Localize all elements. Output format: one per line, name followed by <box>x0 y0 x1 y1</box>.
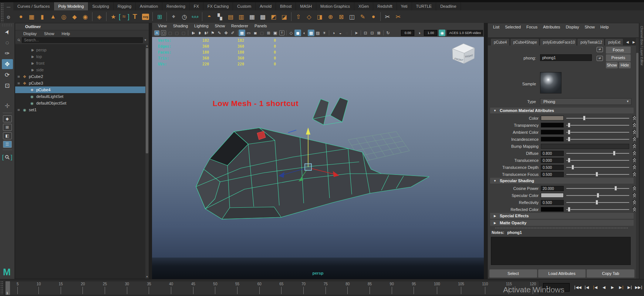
notes-splitter[interactable] <box>495 228 628 229</box>
material-override-icon[interactable]: ▨ <box>314 30 321 36</box>
connect-output-icon[interactable]: ⇄ <box>597 56 603 61</box>
show-button[interactable]: Show <box>606 62 618 68</box>
shelf-tab[interactable]: Deadline <box>436 2 461 10</box>
toolbox-grip[interactable] <box>1 24 13 26</box>
quad-draw-icon[interactable]: ✎ <box>357 11 368 22</box>
attribute-slider[interactable] <box>566 193 629 198</box>
outliner-menu-item[interactable]: Show <box>44 31 54 36</box>
svg-tool-icon[interactable]: svg <box>140 11 151 22</box>
color-swatch[interactable] <box>541 137 564 142</box>
shelf-tab[interactable]: XGen <box>354 2 373 10</box>
footer-button[interactable]: Load Attributes <box>538 269 586 278</box>
poly-cube-icon[interactable]: ▦ <box>26 11 37 22</box>
dock-grip[interactable] <box>1 3 4 22</box>
value-field[interactable]: 0.500 <box>541 200 564 205</box>
slider-handle[interactable] <box>597 193 599 198</box>
go-to-end-button[interactable]: ▶▶| <box>634 282 643 292</box>
extrude-icon[interactable]: ⇧ <box>293 11 304 22</box>
attribute-editor-menu-item[interactable]: Attributes <box>543 25 560 29</box>
node-tab[interactable]: polyExtrudeFace10 <box>540 39 577 45</box>
value-field[interactable]: 0.500 <box>541 172 564 177</box>
grease-pencil-icon[interactable]: ✎ <box>216 30 223 36</box>
contrast-icon[interactable]: ◑ <box>416 30 422 36</box>
object-selection-icon[interactable]: ▢ <box>161 30 166 35</box>
modeling-toolkit-icon[interactable]: ⊞ <box>154 11 165 22</box>
slider-handle[interactable] <box>583 116 586 120</box>
scale-tool-icon[interactable]: ⊡ <box>2 81 13 91</box>
shelf-tab[interactable]: Sculpting <box>88 2 114 10</box>
spin-edge-ccw-icon[interactable]: ◪ <box>279 11 290 22</box>
gear-icon[interactable]: ⚙ <box>6 15 11 20</box>
hide-button[interactable]: Hide <box>619 62 631 68</box>
sweep-mesh-icon[interactable]: ★ <box>108 11 119 22</box>
slider-handle[interactable] <box>568 158 570 163</box>
node-tab[interactable]: polyTweak12 <box>577 39 604 45</box>
exposure-field[interactable] <box>401 30 414 36</box>
resolution-gate-icon[interactable]: ◙ <box>252 30 259 36</box>
boolean-union-icon[interactable]: ▤ <box>225 11 236 22</box>
snapshot-icon[interactable]: ⊡ <box>362 30 369 36</box>
viewport-menu-item[interactable]: Show <box>215 24 225 28</box>
section-header-common-material[interactable]: ▼ Common Material Attributes <box>490 108 634 113</box>
four-pane-layout-button[interactable]: ⊞ <box>3 124 12 131</box>
connect-input-icon[interactable]: ⇄ <box>597 47 603 52</box>
slider-handle[interactable] <box>568 123 570 127</box>
viewport-menu-item[interactable]: Lighting <box>194 24 209 28</box>
outliner-layout-button[interactable]: ☰ <box>3 141 12 148</box>
image-plane-icon[interactable]: ▣ <box>272 30 279 36</box>
poly-disc-icon[interactable]: ◉ <box>80 11 91 22</box>
poly-plane-icon[interactable]: ◆ <box>69 11 80 22</box>
outliner-item[interactable]: ❖ pCube4 <box>15 86 145 93</box>
attribute-slider[interactable] <box>566 200 629 205</box>
attribute-editor-menu-item[interactable]: List <box>493 25 499 29</box>
lasso-tool-icon[interactable]: ◌ <box>2 38 13 48</box>
shelf-tab[interactable]: TURTLE <box>412 2 436 10</box>
section-header-matte-opacity[interactable]: ▶ Matte Opacity <box>490 220 634 226</box>
outliner-item[interactable]: ⊞ ✥ pCube2 <box>15 73 145 80</box>
smooth-mesh-icon[interactable]: ▩ <box>257 11 268 22</box>
add-divisions-icon[interactable]: ▦ <box>247 11 257 22</box>
mirror-icon[interactable]: ◓ <box>204 11 215 22</box>
boolean-difference-icon[interactable]: ▥ <box>236 11 247 22</box>
footer-button[interactable]: Copy Tab <box>587 269 634 278</box>
shaded-icon[interactable]: ◼ <box>294 30 301 36</box>
attribute-slider[interactable] <box>566 136 629 142</box>
outliner-menu-item[interactable]: Help <box>62 31 70 36</box>
value-field[interactable]: 0.000 <box>541 158 564 163</box>
shelf-tab[interactable]: Poly Modeling <box>54 2 88 10</box>
footer-button[interactable]: Select <box>489 269 537 278</box>
attribute-editor-menu-item[interactable]: Display <box>566 25 579 29</box>
shadows-icon[interactable]: ◑ <box>330 30 337 36</box>
timeline-grip[interactable] <box>0 281 3 295</box>
viewport-menu-item[interactable]: Renderer <box>231 24 248 28</box>
bevel-icon[interactable]: ◇ <box>304 11 314 22</box>
step-forward-key-button[interactable]: ▶| <box>617 282 625 292</box>
inactive-mode-icon-2[interactable]: ▢ <box>173 30 180 36</box>
outliner-item[interactable]: ▮◂ top <box>15 53 145 60</box>
poly-sphere-icon[interactable]: ● <box>16 11 26 22</box>
scroll-down-icon[interactable]: ▼ <box>145 275 149 279</box>
map-field[interactable] <box>541 144 629 149</box>
minus-icon[interactable]: — <box>6 5 11 9</box>
shelf-tab[interactable]: Redshift <box>373 2 397 10</box>
current-frame-field[interactable] <box>543 283 570 292</box>
view-transform-dropdown[interactable]: ACES 1.0 SDR-video <box>447 30 483 36</box>
isolate-select-icon[interactable]: ➤ <box>353 30 360 36</box>
color-swatch[interactable] <box>541 207 564 212</box>
node-tab[interactable]: pCube4Shape <box>510 39 539 45</box>
shelf-tab[interactable]: FX <box>190 2 203 10</box>
paint-selection-tool-icon[interactable]: ✑ <box>2 48 13 58</box>
shelf-tab[interactable]: Motion Graphics <box>316 2 354 10</box>
textured-icon[interactable]: ▩ <box>308 30 314 36</box>
highlight-selection-icon[interactable]: A <box>154 30 159 35</box>
attribute-slider[interactable] <box>566 150 629 156</box>
inactive-mode-icon-3[interactable]: ▢ <box>180 30 187 36</box>
platonic-solid-icon[interactable]: ◈ <box>94 11 105 22</box>
play-backwards-button[interactable]: ◀ <box>600 282 608 292</box>
panel-splitter[interactable] <box>484 23 488 279</box>
value-field[interactable]: 20.000 <box>541 186 564 191</box>
channel-box-tab-label[interactable]: Channel Box / Layer Editor <box>640 26 644 66</box>
presets-button[interactable]: Presets <box>606 54 631 61</box>
value-field[interactable]: 0.500 <box>541 165 564 170</box>
wireframe-icon[interactable]: ◇ <box>288 30 294 36</box>
